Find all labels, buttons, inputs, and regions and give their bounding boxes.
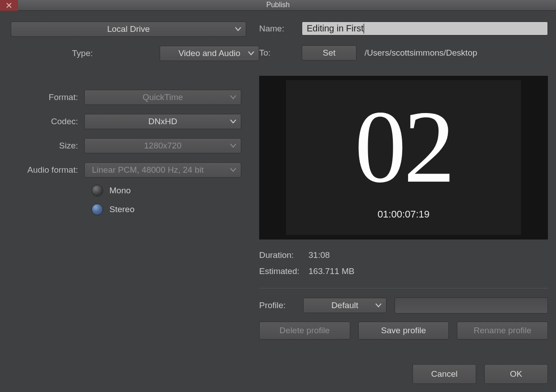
delete-profile-button[interactable]: Delete profile — [259, 322, 350, 340]
chevron-down-icon — [235, 27, 241, 31]
estimated-label: Estimated: — [259, 266, 308, 276]
save-profile-button-label: Save profile — [381, 326, 426, 335]
destination-dropdown-label: Local Drive — [107, 24, 150, 34]
chevron-down-icon — [230, 144, 236, 148]
titlebar: Publish — [0, 0, 556, 11]
chevron-down-icon — [230, 168, 236, 172]
duration-value: 31:08 — [308, 250, 330, 260]
close-icon — [6, 2, 12, 9]
output-path: /Users/scottsimmons/Desktop — [365, 48, 477, 58]
profile-dropdown[interactable]: Default — [303, 298, 387, 313]
estimated-value: 163.711 MB — [308, 266, 354, 276]
name-input-value: Editing in First — [307, 23, 364, 34]
radio-mono-label: Mono — [109, 186, 131, 196]
text-caret — [364, 24, 364, 34]
preview-countdown-number: 02 — [355, 96, 452, 199]
chevron-down-icon — [230, 119, 236, 124]
rename-profile-button[interactable]: Rename profile — [457, 322, 548, 340]
name-input[interactable]: Editing in First — [302, 22, 548, 35]
format-label: Format: — [8, 92, 84, 102]
codec-dropdown[interactable]: DNxHD — [84, 114, 241, 129]
radio-mono[interactable]: Mono — [91, 185, 259, 196]
cancel-button[interactable]: Cancel — [413, 364, 476, 384]
profile-name-field[interactable] — [395, 297, 548, 314]
profile-label: Profile: — [259, 301, 303, 310]
set-path-button[interactable]: Set — [302, 45, 356, 61]
type-dropdown[interactable]: Video and Audio — [160, 46, 259, 61]
set-path-button-label: Set — [323, 48, 336, 58]
cancel-button-label: Cancel — [431, 369, 457, 379]
chevron-down-icon — [230, 95, 236, 100]
radio-stereo-label: Stereo — [109, 205, 135, 214]
profile-dropdown-value: Default — [331, 301, 358, 310]
divider — [259, 288, 548, 288]
window-close-button[interactable] — [0, 0, 18, 11]
save-profile-button[interactable]: Save profile — [358, 322, 449, 340]
destination-dropdown[interactable]: Local Drive — [11, 22, 246, 37]
type-label: Type: — [8, 48, 99, 58]
format-dropdown-value: QuickTime — [143, 92, 183, 102]
ok-button-label: OK — [510, 369, 522, 379]
name-label: Name: — [259, 24, 302, 34]
delete-profile-button-label: Delete profile — [279, 326, 330, 335]
codec-label: Codec: — [8, 117, 84, 126]
rename-profile-button-label: Rename profile — [473, 326, 531, 335]
audio-format-dropdown[interactable]: Linear PCM, 48000 Hz, 24 bit — [84, 162, 241, 178]
format-dropdown[interactable]: QuickTime — [84, 90, 241, 105]
size-dropdown-value: 1280x720 — [144, 141, 181, 151]
codec-dropdown-value: DNxHD — [148, 117, 177, 126]
ok-button[interactable]: OK — [484, 364, 548, 384]
radio-mono-icon — [91, 185, 103, 196]
duration-label: Duration: — [259, 250, 308, 260]
chevron-down-icon — [375, 303, 382, 308]
chevron-down-icon — [248, 51, 254, 56]
preview-area: 02 01:00:07:19 — [259, 76, 548, 240]
window-title: Publish — [266, 1, 290, 9]
radio-stereo[interactable]: Stereo — [91, 204, 259, 215]
audio-format-dropdown-value: Linear PCM, 48000 Hz, 24 bit — [92, 165, 204, 175]
preview-frame: 02 01:00:07:19 — [286, 80, 521, 235]
radio-stereo-icon — [91, 204, 103, 215]
preview-timecode: 01:00:07:19 — [378, 209, 430, 220]
audio-format-label: Audio format: — [8, 165, 84, 175]
size-dropdown[interactable]: 1280x720 — [84, 138, 241, 153]
to-label: To: — [259, 48, 302, 58]
type-dropdown-value: Video and Audio — [178, 48, 240, 58]
size-label: Size: — [8, 141, 84, 151]
